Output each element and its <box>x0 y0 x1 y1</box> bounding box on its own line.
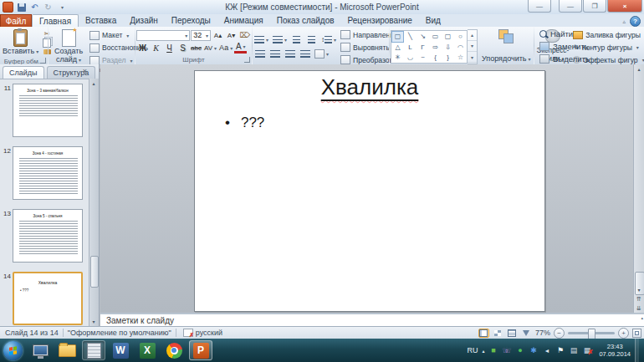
scroll-up-icon[interactable]: ▴ <box>634 64 644 74</box>
character-spacing-button[interactable]: AV▾ <box>203 43 217 54</box>
tab-animations[interactable]: Анимация <box>217 14 270 27</box>
view-slideshow-button[interactable] <box>521 329 532 338</box>
font-color-button[interactable]: А▾ <box>234 43 247 54</box>
minimize-ribbon-icon[interactable]: ▵ <box>622 18 626 25</box>
shape-arc[interactable]: ◠ <box>454 43 467 53</box>
taskbar-excel[interactable]: X <box>135 340 159 360</box>
shapes-gallery[interactable]: ▢ ╲ ↘ ▭ ▢ ○ △ L Γ ⇨ ⇩ ◠ ✳ ◡ ~ { } <box>391 30 468 64</box>
scroll-down-icon[interactable]: ▾ <box>634 285 644 294</box>
scrollbar-thumb[interactable] <box>90 256 99 288</box>
italic-button[interactable]: К <box>150 43 162 54</box>
spellcheck-icon[interactable] <box>183 329 193 337</box>
find-button[interactable]: Найти <box>539 28 607 39</box>
language-indicator[interactable]: русский <box>196 329 222 337</box>
zoom-slider[interactable] <box>568 332 615 334</box>
paste-button[interactable]: Вставить▾ <box>1 28 40 58</box>
new-slide-button[interactable]: Создать слайд▾ <box>49 28 88 66</box>
taskbar-explorer[interactable] <box>55 340 79 360</box>
font-size-combo[interactable]: 32▾ <box>191 30 211 41</box>
shapes-scroll-up[interactable]: ▴ <box>468 30 477 41</box>
maximize-button[interactable]: ❐ <box>583 0 606 13</box>
network-disconnected-icon[interactable]: ▦ <box>582 346 591 355</box>
slide-thumbnail-14[interactable]: 14 Хвалилка • ??? <box>0 272 90 326</box>
tab-file[interactable]: Файл <box>0 14 32 27</box>
slide-canvas[interactable]: Хвалилка • ??? <box>194 70 545 312</box>
dialog-launcher-icon[interactable] <box>244 57 250 63</box>
shape-select[interactable]: ▢ <box>391 31 404 43</box>
shape-line[interactable]: ╲ <box>404 31 417 43</box>
justify-button[interactable] <box>299 48 311 59</box>
view-normal-button[interactable] <box>478 329 489 338</box>
tab-view[interactable]: Вид <box>419 14 447 27</box>
taskbar-powerpoint[interactable]: P <box>189 340 212 360</box>
panel-tab-outline[interactable]: Структура <box>47 66 96 79</box>
grow-font-button[interactable]: A▴ <box>212 30 224 41</box>
increase-indent-button[interactable] <box>305 34 318 45</box>
tab-slideshow[interactable]: Показ слайдов <box>270 14 341 27</box>
shape-freeform[interactable]: ✳ <box>391 53 404 63</box>
panel-close-icon[interactable]: × <box>83 67 87 75</box>
clear-formatting-button[interactable]: ⌦ <box>238 30 251 41</box>
change-case-button[interactable]: Аа▾ <box>218 43 233 54</box>
language-switch[interactable]: RU <box>467 346 478 354</box>
start-button[interactable] <box>3 341 23 360</box>
decrease-indent-button[interactable] <box>290 34 303 45</box>
shapes-scroll-down[interactable]: ▾ <box>468 41 477 52</box>
view-slide-sorter-button[interactable] <box>493 329 503 338</box>
minimize-button[interactable]: — <box>559 0 582 13</box>
shape-rectangle[interactable]: ▭ <box>429 31 442 43</box>
scroll-up-icon[interactable]: ▴ <box>89 79 98 88</box>
notes-placeholder[interactable]: Заметки к слайду <box>100 316 174 325</box>
align-left-button[interactable] <box>253 48 266 59</box>
notes-pane[interactable]: Заметки к слайду ▴ <box>100 313 644 326</box>
select-button[interactable]: Выделить▾ <box>539 53 607 64</box>
taskbar-word[interactable]: W <box>109 340 132 360</box>
volume-icon[interactable]: ◄ <box>542 346 551 355</box>
slide-thumbnail-13[interactable]: 13 Зона 5 - спальня <box>0 209 90 264</box>
align-right-button[interactable] <box>284 48 296 59</box>
zoom-in-button[interactable]: + <box>618 328 629 339</box>
align-center-button[interactable] <box>268 48 281 59</box>
shape-star[interactable]: ☆ <box>454 53 467 63</box>
panel-tab-slides[interactable]: Слайды <box>3 66 44 79</box>
shape-brace-left[interactable]: { <box>429 53 442 63</box>
tab-review[interactable]: Рецензирование <box>341 14 419 27</box>
shape-elbow2[interactable]: Γ <box>417 43 429 53</box>
shape-curve[interactable]: ◡ <box>404 53 417 63</box>
action-center-flag-icon[interactable]: ⚑ <box>555 346 565 355</box>
tab-insert[interactable]: Вставка <box>79 14 123 27</box>
shape-triangle[interactable]: △ <box>391 43 404 53</box>
close-button[interactable]: × <box>607 0 642 13</box>
strikethrough-button[interactable]: abc <box>190 43 202 54</box>
taskbar-chrome[interactable] <box>162 340 186 360</box>
bold-button[interactable]: Ж <box>136 43 149 54</box>
tab-transitions[interactable]: Переходы <box>165 14 217 27</box>
taskbar-calculator[interactable] <box>82 340 105 360</box>
zoom-percent[interactable]: 77% <box>535 329 550 337</box>
zoom-slider-thumb[interactable] <box>588 329 595 339</box>
shape-oval[interactable]: ○ <box>454 31 467 43</box>
shrink-font-button[interactable]: A▾ <box>225 30 238 41</box>
line-spacing-button[interactable]: ↕▾ <box>320 34 337 45</box>
shape-scribble[interactable]: ~ <box>417 53 429 63</box>
panel-scrollbar[interactable]: ▴ ▾ <box>89 79 99 326</box>
tray-chat-icon[interactable]: ● <box>515 346 524 355</box>
show-desktop-button[interactable] <box>635 339 639 362</box>
notes-scroll-up-icon[interactable]: ▴ <box>641 315 643 320</box>
slide-title[interactable]: Хвалилка <box>195 74 544 100</box>
font-name-combo[interactable]: ▾ <box>136 30 190 41</box>
shape-arrow-down[interactable]: ⇩ <box>442 43 454 53</box>
view-reading-button[interactable] <box>507 329 518 338</box>
slide-bullet-text[interactable]: • ??? <box>225 115 264 131</box>
columns-button[interactable]: ▾ <box>314 48 330 59</box>
shape-brace-right[interactable]: } <box>442 53 454 63</box>
scroll-down-icon[interactable]: ▾ <box>89 317 98 326</box>
hidden-icons-chevron[interactable]: ▴ <box>482 348 484 354</box>
shape-arrow[interactable]: ↘ <box>417 31 429 43</box>
shapes-more-button[interactable]: ▾ <box>468 52 477 63</box>
tray-viber-icon[interactable]: ☏ <box>502 346 511 355</box>
tray-sync-icon[interactable]: ✱ <box>529 346 538 355</box>
text-shadow-button[interactable]: S <box>176 43 189 54</box>
taskbar-remote-desktop[interactable] <box>28 340 52 360</box>
shape-arrow-right[interactable]: ⇨ <box>429 43 442 53</box>
